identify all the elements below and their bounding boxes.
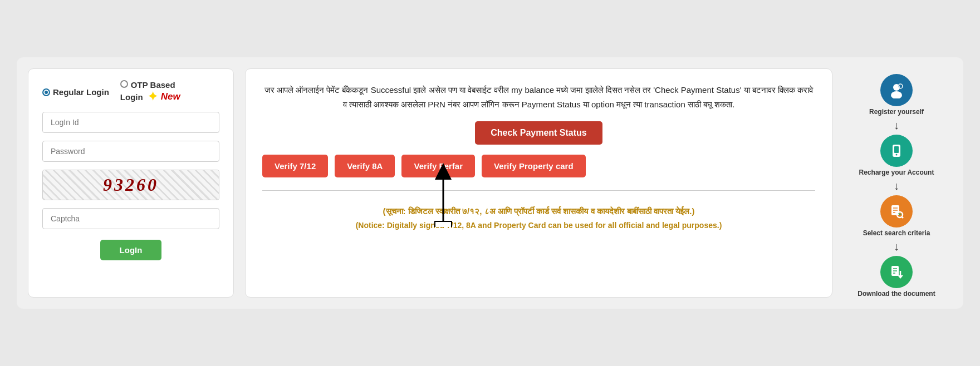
- verify-8a-button[interactable]: Verify 8A: [335, 155, 395, 177]
- svg-point-4: [891, 91, 902, 98]
- svg-marker-21: [898, 275, 903, 279]
- center-content: जर आपले ऑनलाईन पेमेंट बँकेकडून Successfu…: [245, 68, 832, 298]
- info-panel: + Register yourself ↓ Recharge your Acco…: [841, 68, 952, 298]
- login-options: Regular Login OTP Based Login ✦ New: [42, 80, 219, 104]
- download-icon: [880, 256, 913, 288]
- verify-buttons: Verify 7/12 Verify 8A Verify Ferfar Veri…: [262, 155, 815, 177]
- login-sub-label: Login: [120, 92, 143, 102]
- svg-text:+: +: [899, 85, 901, 89]
- otp-new-row: Login ✦ New: [120, 90, 180, 104]
- captcha-image: 93260: [42, 170, 219, 200]
- verify-712-button[interactable]: Verify 7/12: [262, 155, 328, 177]
- otp-login-option[interactable]: OTP Based: [120, 80, 180, 90]
- svg-point-9: [896, 154, 898, 156]
- notice-english: (Notice: Digitally signed 7/12, 8A and P…: [262, 219, 815, 233]
- step-3: Select search criteria: [841, 195, 952, 237]
- step-4: Download the document: [841, 256, 952, 298]
- divider: [262, 190, 815, 191]
- search-criteria-icon: [880, 195, 913, 227]
- recharge-icon: [880, 135, 913, 167]
- login-button[interactable]: LogIn: [100, 240, 162, 260]
- right-panel: जर आपले ऑनलाईन पेमेंट बँकेकडून Successfu…: [245, 68, 952, 298]
- arrow-down-1: ↓: [894, 120, 899, 131]
- step-3-label: Select search criteria: [863, 229, 930, 237]
- svg-line-15: [902, 217, 904, 219]
- notice-section: (सूचना: डिजिटल स्वाक्षरीत ७/१२, ८अ आणि प…: [262, 204, 815, 233]
- regular-login-label: Regular Login: [53, 87, 109, 97]
- check-payment-button[interactable]: Check Payment Status: [475, 121, 602, 145]
- verify-ferfar-button[interactable]: Verify Ferfar: [401, 155, 475, 177]
- step-1-label: Register yourself: [869, 108, 924, 116]
- regular-login-option[interactable]: Regular Login: [42, 87, 109, 97]
- login-id-input[interactable]: [42, 112, 219, 133]
- otp-login-radio[interactable]: [120, 80, 128, 88]
- main-container: Regular Login OTP Based Login ✦ New 9326…: [17, 57, 963, 309]
- step-4-label: Download the document: [857, 290, 935, 298]
- verify-property-button[interactable]: Verify Property card: [482, 155, 586, 177]
- arrow-down-2: ↓: [894, 180, 899, 191]
- info-marathi-text: जर आपले ऑनलाईन पेमेंट बँकेकडून Successfu…: [262, 83, 815, 111]
- captcha-inner: 93260: [43, 170, 219, 200]
- verify-section: Verify 7/12 Verify 8A Verify Ferfar Veri…: [262, 155, 815, 177]
- arrow-down-3: ↓: [894, 241, 899, 252]
- star-icon: ✦: [148, 90, 158, 104]
- captcha-input[interactable]: [42, 208, 219, 229]
- notice-marathi: (सूचना: डिजिटल स्वाक्षरीत ७/१२, ८अ आणि प…: [262, 204, 815, 219]
- password-input[interactable]: [42, 141, 219, 162]
- step-2-label: Recharge your Account: [859, 169, 934, 176]
- new-badge: New: [161, 91, 180, 102]
- step-1: + Register yourself: [841, 74, 952, 116]
- step-2: Recharge your Account: [841, 135, 952, 176]
- regular-login-radio[interactable]: [42, 88, 50, 96]
- login-panel: Regular Login OTP Based Login ✦ New 9326…: [28, 68, 234, 298]
- svg-rect-8: [894, 146, 899, 153]
- register-icon: +: [880, 74, 913, 106]
- otp-login-label: OTP Based: [131, 80, 175, 90]
- captcha-value: 93260: [103, 175, 159, 195]
